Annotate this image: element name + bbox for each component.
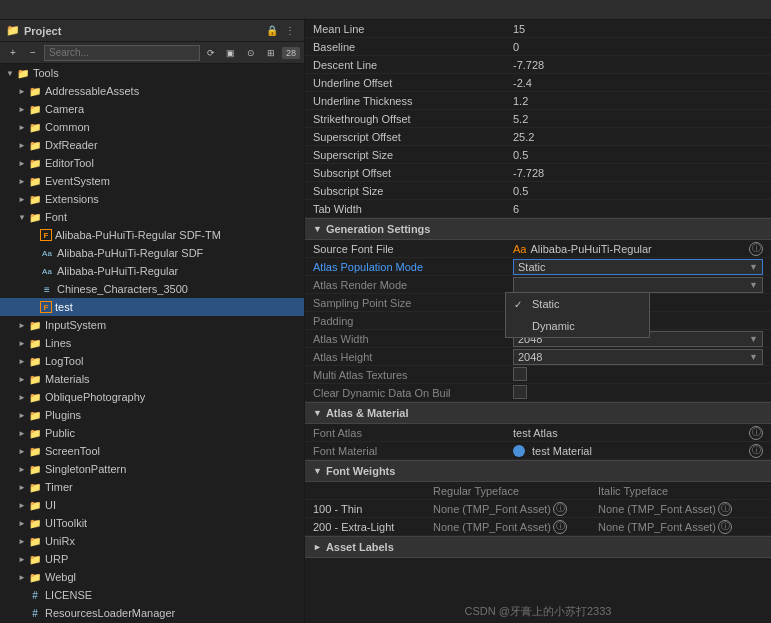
tree-item-eventsystem[interactable]: ►📁EventSystem [0,172,304,190]
tree-icon-folder: 📁 [28,192,42,206]
fw-italic-info-icon[interactable]: ⓘ [718,502,732,516]
font-material-name: test Material [532,445,592,457]
tree-item-uniRx[interactable]: ►📁UniRx [0,532,304,550]
tree-label: InputSystem [45,319,106,331]
tree-arrow: ► [16,445,28,457]
tree-label: Common [45,121,90,133]
fw-regular-value: None (TMP_Font Asset) ⓘ [433,520,598,534]
font-material-info-icon[interactable]: ⓘ [749,444,763,458]
tree-arrow: ► [16,319,28,331]
tree-label: ScreenTool [45,445,100,457]
tree-item-urp[interactable]: ►📁URP [0,550,304,568]
tree-item-singleton[interactable]: ►📁SingletonPattern [0,460,304,478]
dropdown-item-dynamic[interactable]: ✓ Dynamic [506,315,649,337]
tree-label: ObliquePhotography [45,391,145,403]
filter-icon[interactable]: ▣ [222,44,240,62]
tree-item-webgl[interactable]: ►📁Webgl [0,568,304,586]
multi-atlas-textures-row: Multi Atlas Textures [305,366,771,384]
atlas-population-mode-select[interactable]: Static ▼ [513,259,763,275]
fw-regular-info-icon[interactable]: ⓘ [553,520,567,534]
minus-icon[interactable]: − [24,44,42,62]
lock-icon[interactable]: 🔒 [264,23,280,39]
font-material-label: Font Material [313,445,513,457]
tree-label: AddressableAssets [45,85,139,97]
tree-item-font[interactable]: ▼📁Font [0,208,304,226]
section-title: Asset Labels [326,541,394,553]
tree-label: Alibaba-PuHuiTi-Regular SDF-TM [55,229,221,241]
tree-item-resources[interactable]: #ResourcesLoaderManager [0,604,304,622]
generation-settings-header[interactable]: ▼Generation Settings [305,218,771,240]
search-input[interactable] [44,45,200,61]
tree-arrow [16,607,28,619]
fw-regular-info-icon[interactable]: ⓘ [553,502,567,516]
tree-icon-folder: 📁 [28,372,42,386]
tree-item-oblique[interactable]: ►📁ObliquePhotography [0,388,304,406]
tree-item-extensions[interactable]: ►📁Extensions [0,190,304,208]
tree-item-font2[interactable]: AaAlibaba-PuHuiTi-Regular SDF [0,244,304,262]
atlas-material-header[interactable]: ▼Atlas & Material [305,402,771,424]
prop-row-underline-offset: Underline Offset-2.4 [305,74,771,92]
tree-item-font1[interactable]: FAlibaba-PuHuiTi-Regular SDF-TM [0,226,304,244]
tree-item-public[interactable]: ►📁Public [0,424,304,442]
font-atlas-info-icon[interactable]: ⓘ [749,426,763,440]
prop-row-superscript-offset: Superscript Offset25.2 [305,128,771,146]
tree-label: EditorTool [45,157,94,169]
tree-label: UniRx [45,535,75,547]
tree-item-ui[interactable]: ►📁UI [0,496,304,514]
dropdown-item-static[interactable]: ✓ Static [506,293,649,315]
more-icon[interactable]: ⋮ [282,23,298,39]
prop-label: Mean Line [313,23,513,35]
tree-arrow: ► [16,535,28,547]
fw-italic-info-icon[interactable]: ⓘ [718,520,732,534]
atlas-mode-dropdown[interactable]: ✓ Static ✓ Dynamic [505,292,650,338]
tree-item-dxfreader[interactable]: ►📁DxfReader [0,136,304,154]
tree-item-common[interactable]: ►📁Common [0,118,304,136]
tree-item-editortool[interactable]: ►📁EditorTool [0,154,304,172]
tree-arrow: ► [16,355,28,367]
atlas-render-mode-select[interactable]: ▼ [513,277,763,293]
tree-item-camera[interactable]: ►📁Camera [0,100,304,118]
tree-item-tools[interactable]: ▼📁Tools [0,64,304,82]
tree-icon-text-hash: # [28,588,42,602]
tree-item-plugins[interactable]: ►📁Plugins [0,406,304,424]
tree-arrow [16,589,28,601]
prop-value: 0.5 [513,185,763,197]
tree-item-font3[interactable]: AaAlibaba-PuHuiTi-Regular [0,262,304,280]
sync-icon[interactable]: ⊙ [242,44,260,62]
tree-item-lines[interactable]: ►📁Lines [0,334,304,352]
select-value: Static [518,261,749,273]
font-weight-row-1: 200 - Extra-Light None (TMP_Font Asset) … [305,518,771,536]
fw-regular-value: None (TMP_Font Asset) ⓘ [433,502,598,516]
refresh-icon[interactable]: ⟳ [202,44,220,62]
tree-item-uitoolkit[interactable]: ►📁UIToolkit [0,514,304,532]
tree-item-font5[interactable]: Ftest [0,298,304,316]
source-font-info-icon[interactable]: ⓘ [749,242,763,256]
add-icon[interactable]: + [4,44,22,62]
tree-view[interactable]: ▼📁Tools►📁AddressableAssets►📁Camera►📁Comm… [0,64,304,623]
fw-col2-header: Italic Typeface [598,485,763,497]
tree-icon-folder: 📁 [28,84,42,98]
asset-labels-header[interactable]: ►Asset Labels [305,536,771,558]
section-title: Atlas & Material [326,407,409,419]
panel-toolbar: + − ⟳ ▣ ⊙ ⊞ 28 [0,42,304,64]
atlas-height-select[interactable]: 2048 ▼ [513,349,763,365]
tree-item-logtool[interactable]: ►📁LogTool [0,352,304,370]
expand-icon[interactable]: ⊞ [262,44,280,62]
tree-item-font4[interactable]: ≡Chinese_Characters_3500 [0,280,304,298]
clear-dynamic-checkbox[interactable] [513,385,527,399]
panel-icons: 🔒 ⋮ [264,23,298,39]
panel-title: Project [24,25,61,37]
tree-item-screentool[interactable]: ►📁ScreenTool [0,442,304,460]
tree-item-inputsystem[interactable]: ►📁InputSystem [0,316,304,334]
tree-label: UI [45,499,56,511]
source-font-label: Source Font File [313,243,513,255]
font-weights-header[interactable]: ▼Font Weights [305,460,771,482]
tree-item-addressable[interactable]: ►📁AddressableAssets [0,82,304,100]
tree-item-license[interactable]: #LICENSE [0,586,304,604]
prop-value: -7.728 [513,59,763,71]
font-material-value: test Material ⓘ [513,444,763,458]
multi-atlas-checkbox[interactable] [513,367,527,381]
sampling-point-size-label: Sampling Point Size [313,297,513,309]
tree-item-materials[interactable]: ►📁Materials [0,370,304,388]
tree-item-timer[interactable]: ►📁Timer [0,478,304,496]
